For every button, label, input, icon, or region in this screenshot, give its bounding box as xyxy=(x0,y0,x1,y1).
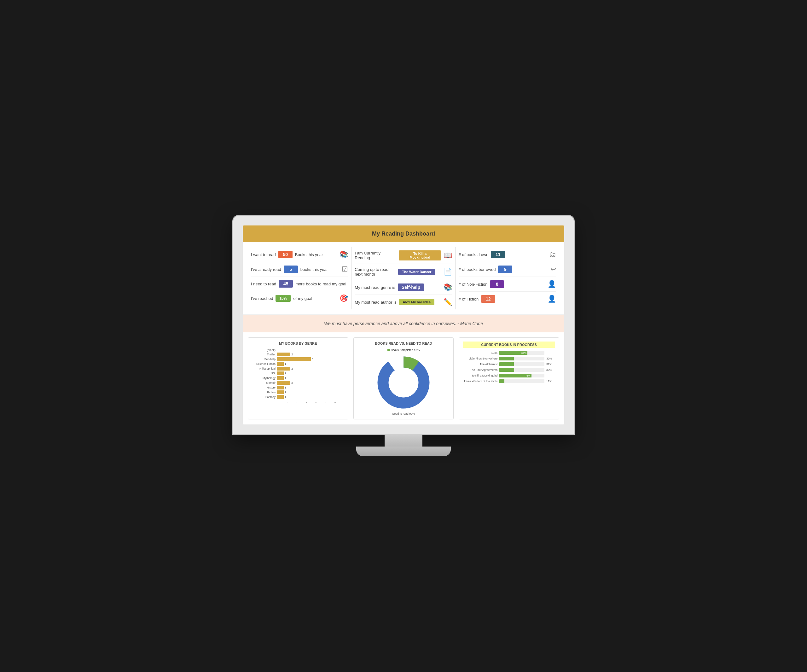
quote-text: We must have perseverance and above all … xyxy=(324,321,483,326)
books-stack-icon: 📚 xyxy=(339,250,348,259)
bar-row: Self-help5 xyxy=(252,357,344,361)
reached-goal-value: 10% xyxy=(276,295,291,302)
bar-value: 5 xyxy=(312,358,313,361)
bar-row: Science Fiction1 xyxy=(252,362,344,366)
bar-fill xyxy=(277,353,291,356)
need-to-read-label: I need to read xyxy=(251,282,276,286)
bar-chart-box: MY BOOKS BY GENRE (blank)Thriller2Self-h… xyxy=(248,338,348,419)
progress-row: Little Fires Everywhere32% xyxy=(463,357,555,361)
bar-row: Fiction1 xyxy=(252,390,344,394)
bar-value: 1 xyxy=(285,362,286,366)
bar-label: (blank) xyxy=(252,348,276,352)
progress-fill: 71% xyxy=(499,374,531,378)
bar-label: Self-help xyxy=(252,358,276,361)
progress-label: The Alchemist xyxy=(463,363,497,366)
bar-value: 2 xyxy=(291,367,293,370)
bar-value: 2 xyxy=(291,353,293,356)
need-to-read-value: 45 xyxy=(279,280,293,288)
currently-reading-label: I am Currently Reading xyxy=(355,251,396,260)
stat-row-author: My most read author is Alex Michaelides … xyxy=(355,295,452,309)
target-icon: 🎯 xyxy=(339,294,348,303)
progress-track xyxy=(499,368,545,372)
progress-value: 32% xyxy=(546,357,555,360)
progress-label: 1984 xyxy=(463,351,497,354)
bar-value: 1 xyxy=(285,376,286,380)
dashboard-title: My Reading Dashboard xyxy=(372,231,435,237)
progress-label: Idries Wisdom of the Idiots xyxy=(463,380,497,383)
fiction-label: # of Fiction xyxy=(459,297,479,301)
stat-row-already-read: I've already read 5 books this year ☑ xyxy=(251,262,348,277)
donut-container: Books Completed 10% Need to read 90% xyxy=(357,348,450,415)
bar-label: Philosophical xyxy=(252,367,276,370)
bar-value: 1 xyxy=(285,391,286,394)
bar-value: 1 xyxy=(285,396,286,399)
progress-label: To Kill a Mockingbird xyxy=(463,374,497,377)
bar-row: N/A1 xyxy=(252,371,344,375)
stat-row-want-to-read: I want to read 50 Books this year 📚 xyxy=(251,247,348,262)
library-icon: 🗂 xyxy=(549,250,556,259)
progress-fill xyxy=(499,379,504,383)
bar-fill xyxy=(277,367,291,371)
want-to-read-value: 50 xyxy=(278,251,292,258)
svg-point-2 xyxy=(389,368,418,398)
stat-row-books-borrowed: # of books borrowed 9 ↩ xyxy=(459,262,556,277)
bar-label: Fantasy xyxy=(252,396,276,399)
charts-section: MY BOOKS BY GENRE (blank)Thriller2Self-h… xyxy=(243,333,564,424)
stats-section: I want to read 50 Books this year 📚 I've… xyxy=(243,242,564,315)
dashboard: My Reading Dashboard I want to read 50 B… xyxy=(243,225,564,424)
bar-chart: (blank)Thriller2Self-help5Science Fictio… xyxy=(252,348,344,404)
want-to-read-label: I want to read xyxy=(251,252,276,257)
monitor-stand-neck xyxy=(385,434,422,447)
stats-col-1: I want to read 50 Books this year 📚 I've… xyxy=(248,247,352,309)
bar-track: 1 xyxy=(277,376,344,380)
bar-label: Mythology xyxy=(252,376,276,380)
progress-label: The Four Agreements xyxy=(463,368,497,371)
bar-value: 1 xyxy=(285,372,286,375)
progress-fill xyxy=(499,362,514,366)
donut-svg xyxy=(375,354,432,411)
bar-track: 2 xyxy=(277,353,344,356)
progress-row: The Four Agreements33% xyxy=(463,368,555,372)
non-fiction-label: # of Non-Fiction xyxy=(459,282,488,287)
pencil-icon: ✏️ xyxy=(443,298,452,306)
books-borrowed-label: # of books borrowed xyxy=(459,267,496,272)
bar-fill xyxy=(277,376,284,380)
quote-section: We must have perseverance and above all … xyxy=(243,315,564,333)
bar-track: 1 xyxy=(277,386,344,389)
progress-fill xyxy=(499,368,514,372)
progress-value: 32% xyxy=(546,363,555,366)
bar-row: (blank) xyxy=(252,348,344,352)
progress-track xyxy=(499,379,545,383)
bar-chart-title: MY BOOKS BY GENRE xyxy=(252,341,344,345)
donut-chart-title: Books Read Vs. Need to Read xyxy=(357,341,450,345)
monitor-stand-base xyxy=(356,447,451,456)
person-icon: 👤 xyxy=(548,295,556,303)
bar-fill xyxy=(277,381,291,385)
bar-value: 2 xyxy=(291,381,293,384)
bar-row: Mythology1 xyxy=(252,376,344,380)
donut-chart-box: Books Read Vs. Need to Read Books Comple… xyxy=(354,338,454,419)
bar-fill xyxy=(277,390,284,394)
progress-row: Idries Wisdom of the Idiots11% xyxy=(463,379,555,383)
books-own-value: 11 xyxy=(491,251,505,258)
monitor-wrapper: My Reading Dashboard I want to read 50 B… xyxy=(233,216,574,456)
already-read-suffix: books this year xyxy=(301,267,328,272)
need-to-read-suffix: more books to read my goal xyxy=(296,282,346,286)
legend-completed-dot xyxy=(387,349,390,351)
bar-fill xyxy=(277,362,284,366)
stats-col-3: # of books I own 11 🗂 # of books borrowe… xyxy=(455,247,559,309)
bar-row: Fantasy1 xyxy=(252,395,344,399)
open-book-2-icon: 📚 xyxy=(443,283,452,291)
progress-track: 62% xyxy=(499,351,545,355)
progress-row: The Alchemist32% xyxy=(463,362,555,366)
progress-fill: 62% xyxy=(499,351,527,355)
bar-row: Philosophical2 xyxy=(252,367,344,371)
bar-row: History1 xyxy=(252,386,344,389)
next-read-label: Coming up to read next month xyxy=(355,267,395,276)
bar-label: Fiction xyxy=(252,391,276,394)
stat-row-non-fiction: # of Non-Fiction 8 👤 xyxy=(459,277,556,292)
next-read-value: The Water Dancer xyxy=(398,269,435,275)
legend-completed: Books Completed 10% xyxy=(387,348,420,352)
already-read-label: I've already read xyxy=(251,267,281,272)
bar-fill xyxy=(277,357,311,361)
